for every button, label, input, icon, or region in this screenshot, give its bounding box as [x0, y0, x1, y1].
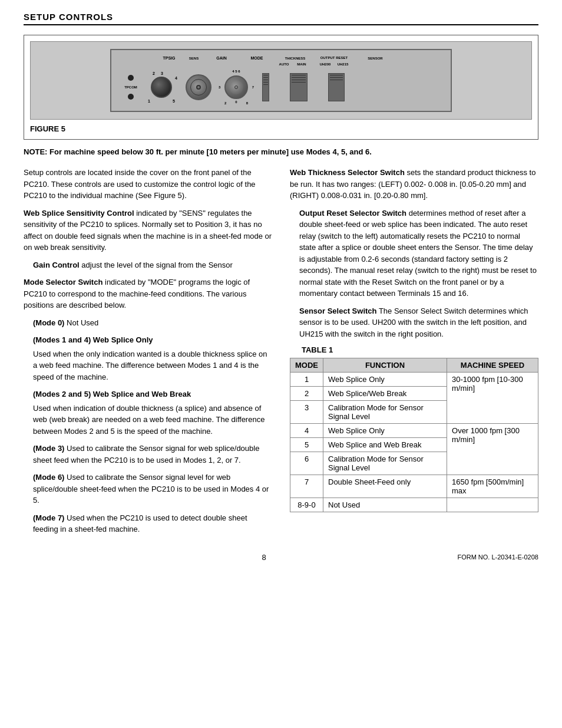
gain-section: Gain Control adjust the level of the sig… [33, 259, 272, 271]
gain-knob[interactable] [186, 74, 211, 100]
page-number: 8 [262, 553, 266, 562]
mode6-label: (Mode 6) [33, 473, 64, 482]
uh200-label: UH200 [316, 62, 334, 66]
tpsig-dot [128, 75, 134, 81]
mode25-body: Used when indication of double thickness… [33, 403, 272, 437]
gain-heading: Gain Control [33, 261, 80, 269]
mode25-section: (Modes 2 and 5) Web Splice and Web Break… [33, 388, 272, 437]
table-row: 7Double Sheet-Feed only1650 fpm [500m/mi… [290, 475, 538, 498]
mode7-section: (Mode 7) Used when the PC210 is used to … [33, 512, 272, 535]
mode0-label: (Mode 0) [33, 318, 64, 327]
sens-section: Web Splice Sensitivity Control indicated… [24, 207, 272, 253]
output-reset-body: determines method of reset after a doubl… [299, 209, 537, 298]
table-header-row: MODE FUNCTION MACHINE SPEED [290, 358, 538, 373]
table-row: 1Web Splice Only30-1000 fpm [10-300 m/mi… [290, 373, 538, 387]
table-row: 4Web Splice OnlyOver 1000 fpm [300 m/min… [290, 424, 538, 438]
tpcom-dot [128, 94, 134, 100]
sensor-label: SENSOR [358, 57, 393, 60]
mode6-body: Used to calibrate the Sensor signal leve… [33, 473, 269, 505]
table-row: 8-9-0Not Used [290, 498, 538, 512]
form-number: FORM NO. L-20341-E-0208 [457, 554, 538, 561]
mode3-label: (Mode 3) [33, 444, 64, 453]
page-header: SETUP CONTROLS [24, 12, 538, 25]
thickness-label: THICKNESS [283, 57, 307, 60]
figure-inner: TPSIG SENS GAIN MODE THICKNESS OUTPUT RE… [30, 41, 532, 120]
sens-heading: Web Splice Sensitivity Control [24, 209, 134, 218]
main-label: MAIN [293, 62, 310, 66]
table-section: TABLE 1 MODE FUNCTION MACHINE SPEED 1Web… [290, 345, 538, 512]
table-title: TABLE 1 [302, 345, 538, 354]
auto-label: AUTO [275, 62, 293, 66]
mode-label: MODE [242, 56, 272, 60]
figure-box: TPSIG SENS GAIN MODE THICKNESS OUTPUT RE… [24, 35, 538, 140]
sens-knob[interactable] [151, 77, 172, 98]
tpcom-label: TPCOM [124, 85, 137, 89]
mode3-body: Used to calibrate the Sensor signal for … [33, 444, 259, 465]
mode14-section: (Modes 1 and 4) Web Splice Only Used whe… [33, 334, 272, 383]
mode-heading: Mode Selector Switch [24, 278, 103, 286]
sens-label: SENS [187, 57, 201, 60]
mode3-section: (Mode 3) Used to calibrate the Sensor si… [33, 443, 272, 466]
uh215-label: UH215 [334, 62, 352, 66]
tpsig-label: TPSIG [151, 56, 187, 60]
mode-section: Mode Selector Switch indicated by "MODE"… [24, 276, 272, 311]
mode-knob[interactable] [224, 75, 248, 99]
col-speed: MACHINE SPEED [447, 358, 538, 373]
mode25-heading: (Modes 2 and 5) Web Splice and Web Break [33, 388, 272, 400]
output-reset-section: Output Reset Selector Switch determines … [299, 207, 538, 299]
sensor-select-heading: Sensor Select Switch [299, 307, 377, 315]
gain-body: adjust the level of the signal from the … [80, 261, 233, 269]
mode7-label: (Mode 7) [33, 513, 64, 522]
thickness-switch[interactable] [259, 73, 273, 101]
intro-text: Setup controls are located inside the co… [24, 167, 272, 202]
col-function: FUNCTION [323, 358, 447, 373]
page-footer: 8 FORM NO. L-20341-E-0208 [24, 553, 538, 562]
mode14-heading: (Modes 1 and 4) Web Splice Only [33, 334, 272, 346]
mode0-text: Not Used [64, 318, 98, 327]
mode6-section: (Mode 6) Used to calibrate the Sensor si… [33, 472, 272, 506]
col-mode: MODE [290, 358, 323, 373]
gain-label: GAIN [207, 56, 236, 60]
output-reset-heading: Output Reset Selector Switch [299, 209, 406, 218]
mode14-body: Used when the only indication wanted is … [33, 348, 272, 383]
page-title: SETUP CONTROLS [24, 12, 538, 22]
thickness-heading: Web Thickness Selector Switch [290, 168, 405, 177]
output-reset-label: OUTPUT RESET [316, 56, 352, 60]
left-column: Setup controls are located inside the co… [24, 167, 272, 541]
data-table: MODE FUNCTION MACHINE SPEED 1Web Splice … [290, 358, 538, 512]
note-text: NOTE: For machine speed below 30 ft. per… [24, 147, 538, 157]
figure-caption: FIGURE 5 [30, 124, 532, 133]
two-col-layout: Setup controls are located inside the co… [24, 167, 538, 541]
sensor-select-section: Sensor Select Switch The Sensor Select S… [299, 305, 538, 340]
mode7-body: Used when the PC210 is used to detect do… [33, 513, 247, 534]
thickness-section: Web Thickness Selector Switch sets the s… [290, 167, 538, 202]
mode0-section: (Mode 0) Not Used [33, 317, 272, 329]
right-column: Web Thickness Selector Switch sets the s… [290, 167, 538, 541]
output-reset-switch[interactable] [287, 73, 310, 101]
sensor-select-switch[interactable] [325, 73, 348, 101]
